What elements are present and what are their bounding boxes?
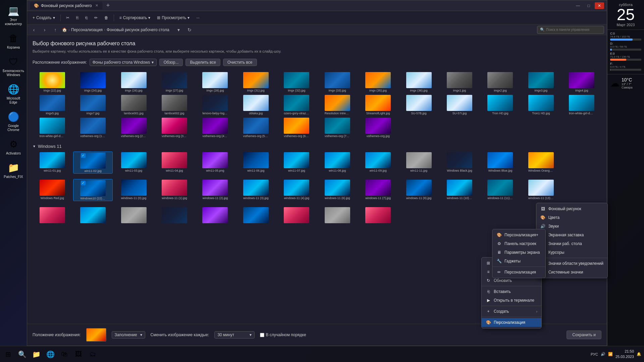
image-thumb-item[interactable]: vsthemes-org (2).jpg bbox=[114, 117, 153, 138]
image-thumb-item[interactable]: windows-11 (6).jpg bbox=[318, 179, 357, 201]
paste-button[interactable]: ⎗ bbox=[83, 14, 90, 21]
image-thumb-item[interactable]: windows-11 (13).jpg bbox=[521, 179, 560, 201]
image-thumb-item[interactable]: Windows Black.jpg bbox=[440, 152, 479, 174]
image-thumb-item[interactable]: Tron1 HD.jpg bbox=[521, 94, 560, 116]
image-thumb-item[interactable]: imgx (26).jpg bbox=[114, 71, 153, 93]
image-thumb-item[interactable]: win11-04.jpg bbox=[155, 152, 194, 174]
tab-close-icon[interactable]: ✕ bbox=[95, 3, 98, 8]
image-thumb-item[interactable]: vsthemes-org (6).jpg bbox=[277, 117, 316, 138]
image-thumb-item[interactable]: win11-03.jpg bbox=[114, 152, 153, 174]
image-thumb-item[interactable]: imgx4.jpg bbox=[562, 71, 601, 93]
rename-button[interactable]: ✏ bbox=[92, 14, 100, 21]
image-thumb-item[interactable]: windows-11 (0).jpg bbox=[114, 179, 153, 201]
image-thumb-item[interactable]: Windows Red.jpg bbox=[33, 179, 72, 201]
ctx-pers-plus[interactable]: 🎨 Персонализация+ bbox=[492, 231, 545, 239]
image-thumb-item[interactable]: imgx (33).jpg bbox=[318, 71, 357, 93]
image-thumb-item[interactable]: ozero-gory-otrazhenie.jpg bbox=[277, 94, 316, 116]
image-thumb-item[interactable]: Resolution Intrepid.jpg bbox=[318, 94, 357, 116]
image-thumb-item[interactable]: win11-11.jpg bbox=[399, 152, 438, 174]
ctx-settings-panel[interactable]: ⚙ Панель настроек bbox=[492, 239, 545, 248]
path-wallpaper[interactable]: Фоновый рисунок рабочего стола bbox=[107, 27, 169, 32]
ctx-notify-icons[interactable]: 🔔 Значки области уведомлений bbox=[536, 259, 607, 268]
start-button[interactable]: ⊞ bbox=[1, 348, 15, 361]
recycle-bin-icon[interactable]: 🗑 Корзина bbox=[1, 30, 25, 51]
browse-button[interactable]: Обзор... bbox=[159, 59, 183, 66]
image-thumb-item[interactable]: windows-11 (3).jpg bbox=[236, 179, 275, 201]
more-button[interactable]: ··· bbox=[194, 14, 202, 21]
ctx-colors[interactable]: 🎨 Цвета bbox=[536, 213, 607, 222]
taskbar-network-icon[interactable]: 📶 bbox=[608, 352, 613, 356]
taskbar-notifications-icon[interactable]: 🔔 bbox=[637, 352, 641, 356]
position-dropdown[interactable]: Заполнение ▾ bbox=[112, 331, 145, 339]
sort-button[interactable]: ≡ Сортировать ▾ bbox=[117, 14, 153, 21]
refresh-button[interactable]: ↻ bbox=[185, 26, 194, 34]
taskbar-clock[interactable]: 21:50 25.03.2023 bbox=[615, 349, 634, 359]
taskbar-edge-icon[interactable]: 🌐 bbox=[44, 348, 57, 361]
delete-button[interactable]: 🗑 bbox=[102, 14, 111, 21]
ctx-system-icons[interactable]: ⚙ Системные значки bbox=[536, 268, 607, 277]
image-thumb-item[interactable]: Tron HD.jpg bbox=[481, 94, 520, 116]
image-thumb-item[interactable]: windows-11 (9).jpg bbox=[399, 179, 438, 201]
taskbar-search-icon[interactable]: 🔍 bbox=[15, 348, 29, 361]
image-thumb-item[interactable]: SU-57I.jpg bbox=[440, 94, 479, 116]
window-tab[interactable]: 🎨 Фоновый рисунок рабочего ✕ bbox=[30, 2, 102, 9]
image-thumb-item[interactable] bbox=[196, 206, 235, 225]
image-thumb-item[interactable] bbox=[318, 206, 357, 225]
image-thumb-item[interactable]: lambce002.jpg bbox=[155, 94, 194, 116]
image-thumb-item[interactable]: tron-white-girl-desktop2.jpg bbox=[33, 117, 72, 138]
image-thumb-item[interactable]: tron-white-girl-desktop1.jpg bbox=[562, 94, 601, 116]
image-thumb-item[interactable] bbox=[73, 206, 112, 225]
image-thumb-item[interactable] bbox=[277, 206, 316, 225]
copy-button[interactable]: ⎘ bbox=[73, 14, 81, 21]
random-checkbox-input[interactable] bbox=[260, 333, 264, 337]
image-thumb-item[interactable] bbox=[358, 206, 397, 225]
patches-fix-icon[interactable]: 📁 Patches_FIX bbox=[1, 160, 25, 180]
image-thumb-item[interactable]: windows-11 (2).jpg bbox=[196, 179, 235, 201]
ctx-personalization[interactable]: 🎨 Персонализация bbox=[482, 318, 541, 327]
image-thumb-item[interactable]: vsthemes-org (7).jpg bbox=[318, 117, 357, 138]
image-thumb-item[interactable]: windows-11 (11).jpg bbox=[481, 179, 520, 201]
image-thumb-item[interactable]: imgx (24).jpg bbox=[73, 71, 112, 93]
view-button[interactable]: ⊞ Просмотреть ▾ bbox=[154, 14, 192, 21]
image-thumb-item[interactable]: windows-11 (7).jpg bbox=[358, 179, 397, 201]
image-thumb-item[interactable]: imgx (31).jpg bbox=[236, 71, 275, 93]
activators-icon[interactable]: ⚙ Activators bbox=[1, 136, 25, 157]
ctx-pers2-item[interactable]: ✏ Персонализация bbox=[492, 268, 545, 277]
image-thumb-item[interactable]: windows-11 (4).jpg bbox=[277, 179, 316, 201]
create-button[interactable]: + Создать ▾ bbox=[30, 14, 58, 21]
image-thumb-item[interactable]: win11-08.jpg bbox=[318, 152, 357, 174]
image-thumb-item[interactable] bbox=[236, 206, 275, 225]
image-thumb-item[interactable] bbox=[155, 206, 194, 225]
image-thumb-item[interactable]: oblaka.jpg bbox=[236, 94, 275, 116]
image-thumb-item[interactable]: vsthemes-org (4).jpg bbox=[196, 117, 235, 138]
image-thumb-item[interactable]: vsthemes-org (1).jpg bbox=[73, 117, 112, 138]
ctx-gadgets[interactable]: 🔧 Гаджеты bbox=[492, 257, 545, 265]
image-thumb-item[interactable]: win11-06.jpg bbox=[236, 152, 275, 174]
image-thumb-item[interactable]: vsthemes-org.jpg bbox=[358, 117, 397, 138]
taskbar-explorer-icon[interactable]: 🗂 bbox=[86, 348, 99, 361]
taskbar-store-icon[interactable]: 🛍 bbox=[58, 348, 71, 361]
image-thumb-item[interactable]: Windows Orange.jpg bbox=[521, 152, 560, 174]
image-thumb-item[interactable]: imgx (36).jpg bbox=[399, 71, 438, 93]
image-thumb-item[interactable]: imgx3.jpg bbox=[521, 71, 560, 93]
image-thumb-item[interactable]: SU-57B.jpg bbox=[399, 94, 438, 116]
ctx-screen-params[interactable]: 🖥 Параметры экрана bbox=[492, 248, 545, 257]
image-thumb-item[interactable]: windows-11 (10).jpg bbox=[440, 179, 479, 201]
search-box[interactable]: 🔍 Поиск в панели управления bbox=[537, 26, 604, 34]
image-thumb-item[interactable]: win11-01.jpg bbox=[33, 152, 72, 174]
image-thumb-item[interactable]: imgx1.jpg bbox=[440, 71, 479, 93]
save-button[interactable]: Сохранить и bbox=[567, 330, 601, 339]
location-dropdown[interactable]: Фоны рабочего стола Windows ▾ bbox=[90, 59, 157, 66]
edge-desktop-icon[interactable]: 🌐 Microsoft Edge bbox=[1, 81, 25, 106]
ctx-screensaver[interactable]: 🖥 Экранная заставка bbox=[536, 231, 607, 239]
minimize-button[interactable]: — bbox=[573, 2, 583, 9]
image-thumb-item[interactable]: imgx (27).jpg bbox=[155, 71, 194, 93]
taskbar-file-icon[interactable]: 📁 bbox=[30, 348, 43, 361]
ctx-paste[interactable]: ⎗ Вставить bbox=[482, 287, 541, 296]
new-tab-icon[interactable]: + bbox=[106, 2, 110, 9]
back-button[interactable]: ‹ bbox=[30, 26, 38, 34]
up-button[interactable]: ↑ bbox=[51, 26, 59, 34]
taskbar-volume-icon[interactable]: 🔊 bbox=[601, 352, 605, 356]
image-thumb-item[interactable]: imgx5.jpg bbox=[33, 94, 72, 116]
path-personalization[interactable]: Персонализация bbox=[71, 27, 103, 32]
